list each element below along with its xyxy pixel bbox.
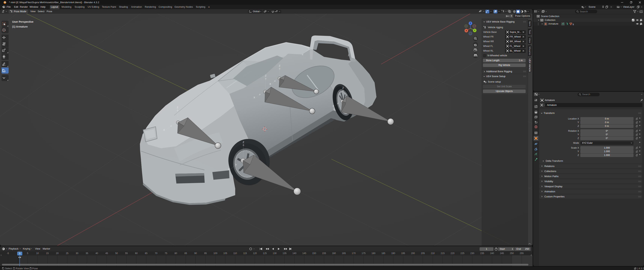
svg-text:X: X: [270, 83, 271, 85]
svg-text:X: X: [466, 30, 467, 32]
svg-text:X: X: [228, 168, 230, 171]
svg-text:Z: Z: [342, 86, 344, 89]
svg-text:Z: Z: [243, 141, 244, 144]
svg-text:Y: Y: [474, 29, 476, 32]
svg-text:Z: Z: [279, 64, 280, 67]
svg-text:X: X: [254, 96, 255, 99]
svg-text:X: X: [163, 128, 165, 131]
svg-text:Z: Z: [177, 106, 178, 109]
svg-text:X: X: [332, 104, 334, 107]
svg-text:Z: Z: [265, 74, 266, 77]
svg-text:Z: Z: [470, 22, 471, 24]
